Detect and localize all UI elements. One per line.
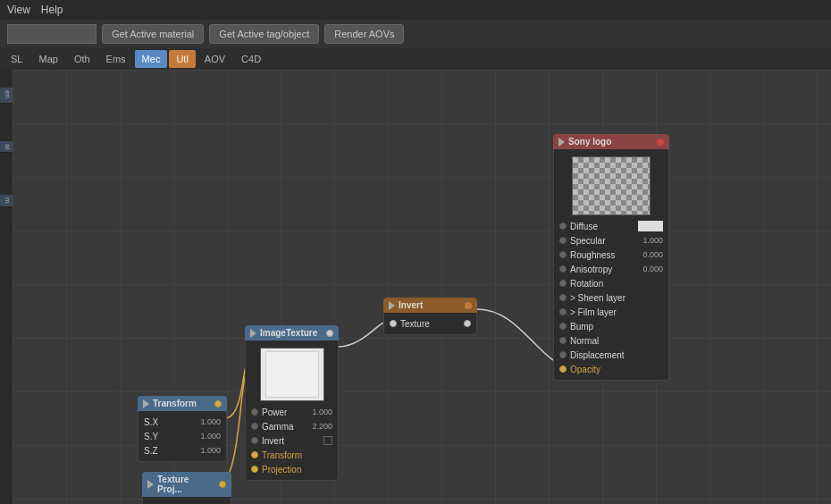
node-image-texture[interactable]: ImageTexture Power 1.000 Gamma 2.200 — [245, 325, 339, 481]
collapse-invert-icon[interactable] — [389, 301, 395, 310]
menu-view[interactable]: View — [7, 4, 30, 16]
label-texture: Texture — [400, 319, 430, 329]
label-roughness: Roughness — [570, 250, 616, 260]
menu-help[interactable]: Help — [41, 4, 63, 16]
val-specular: 1.000 — [642, 236, 663, 245]
node-row-sheen: > Sheen layer — [559, 290, 663, 305]
port-opacity[interactable] — [559, 365, 567, 373]
val-sz: 1.000 — [200, 446, 221, 455]
tab-map[interactable]: Map — [31, 50, 64, 68]
node-texproj-header: Texture Proj... — [142, 472, 231, 497]
label-sy: S.Y — [144, 432, 158, 441]
port-roughness[interactable] — [559, 251, 567, 258]
tab-oth[interactable]: Oth — [67, 50, 97, 68]
tab-bar: SL Map Oth Ems Mec Utl AOV C4D — [0, 48, 831, 70]
get-active-tag-button[interactable]: Get Active tag/object — [209, 24, 319, 44]
left-labels-panel: eri. al m — [0, 70, 13, 504]
node-transform-title: Transform — [153, 399, 197, 408]
port-transform-in[interactable] — [251, 451, 258, 458]
left-label-m: m — [0, 195, 13, 207]
port-power[interactable] — [251, 408, 258, 416]
port-bump[interactable] — [559, 323, 567, 330]
label-sz: S.Z — [144, 446, 158, 456]
val-anisotropy: 0.000 — [642, 265, 663, 273]
node-canvas[interactable]: Sony logo Diffuse Specular 1.000 Roughn — [13, 70, 831, 504]
port-film[interactable] — [559, 308, 567, 315]
node-row-sx: S.X 1.000 — [144, 415, 221, 429]
node-row-diffuse: Diffuse — [559, 219, 663, 233]
main-area: eri. al m Sony logo — [0, 70, 831, 504]
diffuse-swatch — [638, 221, 663, 231]
port-normal[interactable] — [559, 337, 567, 344]
port-diffuse[interactable] — [559, 223, 567, 230]
val-gamma: 2.200 — [312, 422, 332, 431]
get-active-material-button[interactable]: Get Active material — [102, 24, 204, 44]
node-sony-header: Sony logo — [553, 134, 669, 149]
val-power: 1.000 — [312, 407, 332, 416]
tab-mec[interactable]: Mec — [135, 50, 168, 68]
label-specular: Specular — [570, 236, 605, 246]
port-displacement[interactable] — [559, 351, 567, 358]
tab-aov[interactable]: AOV — [197, 50, 232, 68]
node-texproj-out[interactable] — [219, 481, 226, 488]
node-row-sz: S.Z 1.000 — [144, 443, 221, 458]
label-normal: Normal — [570, 336, 599, 346]
collapse-texproj-icon[interactable] — [147, 480, 154, 489]
left-label-al: al — [0, 141, 13, 153]
node-transform-out[interactable] — [214, 400, 222, 407]
node-image-body: Power 1.000 Gamma 2.200 Invert Transform — [245, 340, 339, 481]
node-texproj-body — [142, 497, 231, 504]
collapse-transform-icon[interactable] — [143, 399, 149, 408]
menu-bar: View Help — [0, 0, 831, 20]
node-row-gamma: Gamma 2.200 — [251, 419, 332, 433]
node-row-power: Power 1.000 — [251, 405, 332, 419]
port-rotation[interactable] — [559, 280, 567, 287]
node-row-displacement: Displacement — [559, 348, 663, 362]
node-row-transform-port: Transform — [251, 448, 332, 462]
port-texture-in[interactable] — [390, 320, 397, 327]
port-specular[interactable] — [559, 237, 567, 244]
label-transform-port: Transform — [262, 450, 302, 460]
material-input[interactable] — [7, 24, 97, 44]
label-film: > Film layer — [570, 307, 617, 317]
node-invert-title: Invert — [399, 300, 423, 310]
node-image-out[interactable] — [326, 330, 333, 337]
port-gamma[interactable] — [251, 423, 258, 430]
tab-ems[interactable]: Ems — [99, 50, 133, 68]
port-anisotropy[interactable] — [559, 265, 567, 273]
node-row-bump: Bump — [559, 319, 663, 333]
node-row-normal: Normal — [559, 333, 663, 348]
tab-sl[interactable]: SL — [4, 50, 29, 68]
tab-c4d[interactable]: C4D — [234, 50, 268, 68]
port-invert-out[interactable] — [464, 320, 471, 327]
collapse-icon[interactable] — [558, 138, 565, 147]
node-texture-projection[interactable]: Texture Proj... — [142, 472, 231, 504]
render-aovs-button[interactable]: Render AOVs — [324, 24, 404, 44]
image-preview — [260, 348, 324, 401]
node-invert[interactable]: Invert Texture — [383, 298, 477, 335]
node-transform[interactable]: Transform S.X 1.000 S.Y 1.000 S.Z 1.000 — [138, 396, 227, 462]
tab-utl[interactable]: Utl — [169, 50, 195, 68]
node-row-invert: Invert — [251, 433, 332, 448]
node-sony-dot — [657, 139, 664, 146]
node-sony-body: Diffuse Specular 1.000 Roughness 0.000 A… — [553, 149, 669, 381]
label-projection-port: Projection — [262, 465, 301, 475]
node-connections — [13, 70, 831, 504]
toolbar: Get Active material Get Active tag/objec… — [0, 20, 831, 48]
node-image-header: ImageTexture — [245, 325, 339, 340]
invert-checkbox[interactable] — [323, 436, 332, 445]
collapse-image-icon[interactable] — [250, 329, 256, 338]
node-row-texture-in: Texture — [390, 316, 471, 331]
val-roughness: 0.000 — [642, 250, 663, 259]
val-sy: 1.000 — [200, 432, 221, 441]
port-projection-in[interactable] — [251, 466, 258, 473]
node-transform-body: S.X 1.000 S.Y 1.000 S.Z 1.000 — [138, 411, 227, 462]
node-row-specular: Specular 1.000 — [559, 233, 663, 248]
label-diffuse: Diffuse — [570, 222, 598, 231]
label-sheen: > Sheen layer — [570, 293, 625, 303]
node-row-roughness: Roughness 0.000 — [559, 248, 663, 262]
node-sony-logo[interactable]: Sony logo Diffuse Specular 1.000 Roughn — [553, 134, 669, 381]
port-invert-in[interactable] — [251, 437, 258, 444]
val-sx: 1.000 — [200, 417, 221, 426]
port-sheen[interactable] — [559, 294, 567, 301]
